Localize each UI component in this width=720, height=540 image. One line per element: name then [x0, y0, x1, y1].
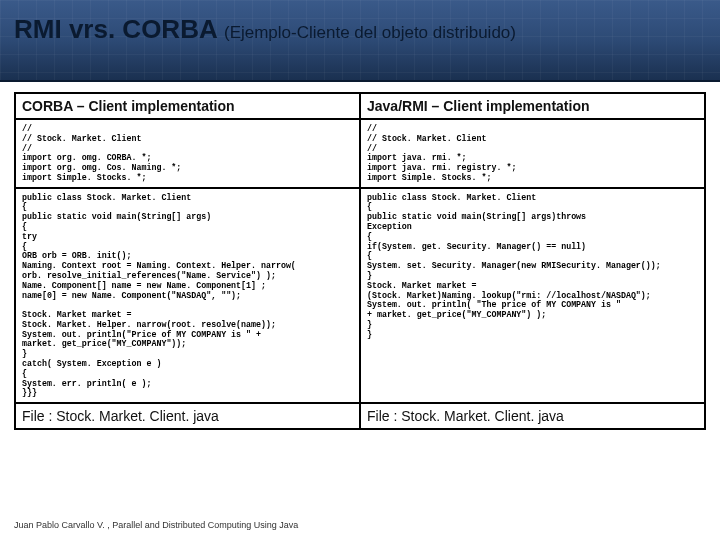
- file-corba: File : Stock. Market. Client. java: [15, 403, 360, 429]
- code-rmi-imports: // // Stock. Market. Client // import ja…: [360, 119, 705, 188]
- code-rmi-main: public class Stock. Market. Client { pub…: [360, 188, 705, 403]
- header-corba: CORBA – Client implementation: [15, 93, 360, 119]
- table-row: // // Stock. Market. Client // import or…: [15, 119, 705, 188]
- code-corba-main: public class Stock. Market. Client { pub…: [15, 188, 360, 403]
- title-main: RMI vrs. CORBA: [14, 14, 217, 44]
- comparison-table-wrap: CORBA – Client implementation Java/RMI –…: [0, 82, 720, 430]
- title-subtitle: (Ejemplo-Cliente del objeto distribuido): [224, 23, 516, 42]
- slide-footer: Juan Pablo Carvallo V. , Parallel and Di…: [14, 520, 298, 530]
- table-row: CORBA – Client implementation Java/RMI –…: [15, 93, 705, 119]
- table-row: File : Stock. Market. Client. java File …: [15, 403, 705, 429]
- slide-header: RMI vrs. CORBA (Ejemplo-Cliente del obje…: [0, 0, 720, 82]
- table-row: public class Stock. Market. Client { pub…: [15, 188, 705, 403]
- slide-title: RMI vrs. CORBA (Ejemplo-Cliente del obje…: [14, 14, 516, 45]
- header-rmi: Java/RMI – Client implementation: [360, 93, 705, 119]
- file-rmi: File : Stock. Market. Client. java: [360, 403, 705, 429]
- comparison-table: CORBA – Client implementation Java/RMI –…: [14, 92, 706, 430]
- code-corba-imports: // // Stock. Market. Client // import or…: [15, 119, 360, 188]
